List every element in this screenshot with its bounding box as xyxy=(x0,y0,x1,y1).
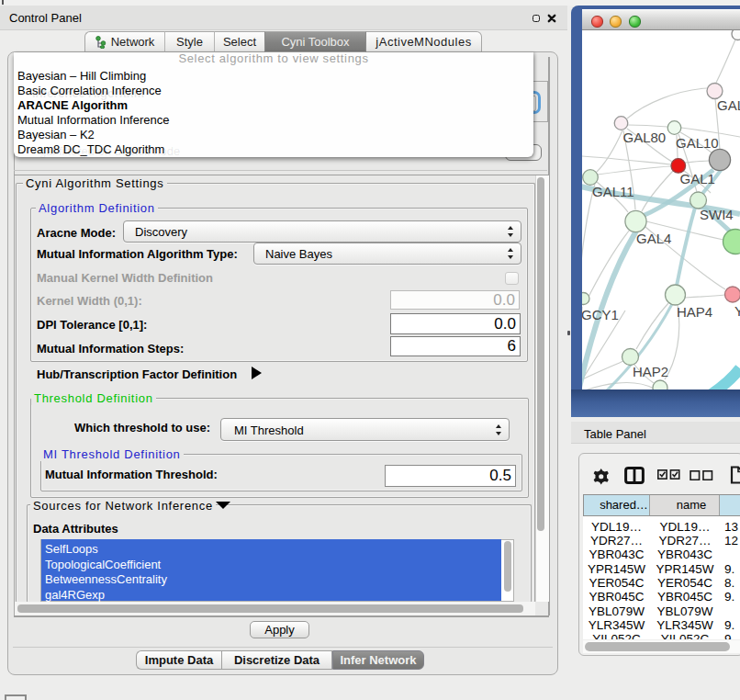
svg-text:HAP4: HAP4 xyxy=(677,304,712,320)
svg-text:Y: Y xyxy=(734,303,740,319)
svg-text:GCY1: GCY1 xyxy=(582,307,619,322)
svg-text:HAP2: HAP2 xyxy=(633,364,668,379)
svg-text:GAL10: GAL10 xyxy=(676,135,719,151)
svg-text:GAL4: GAL4 xyxy=(636,231,671,246)
svg-text:GAL11: GAL11 xyxy=(592,184,634,199)
svg-text:GAL1: GAL1 xyxy=(680,171,715,186)
svg-text:GAL80: GAL80 xyxy=(623,130,667,145)
svg-text:SWI4: SWI4 xyxy=(700,207,734,222)
svg-text:GAL: GAL xyxy=(717,97,740,113)
